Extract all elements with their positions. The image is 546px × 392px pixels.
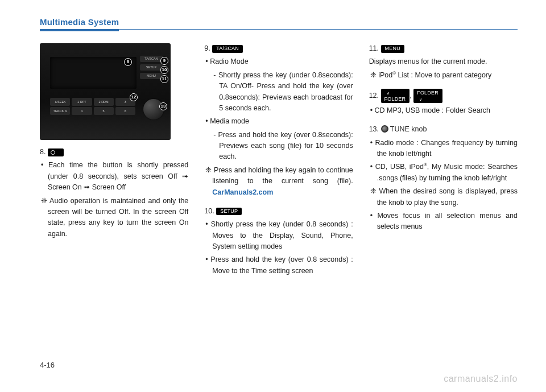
callout-11: 11 bbox=[160, 75, 168, 83]
btn-menu: MENU bbox=[140, 73, 163, 79]
btn-4: 4 bbox=[72, 107, 92, 115]
column-1: TA/SCAN SETUP MENU ∧ SEEK 1 RPT 2 RDM 3 … bbox=[40, 43, 188, 277]
btn-setup: SETUP bbox=[140, 64, 163, 71]
callout-10: 10 bbox=[160, 66, 168, 74]
btn-seek: ∧ SEEK bbox=[50, 98, 70, 106]
item-number: 10. bbox=[204, 207, 214, 215]
page-header: Multimedia System bbox=[40, 17, 518, 30]
radio-button-row-2: TRACK ∨ 4 5 6 bbox=[50, 107, 135, 115]
menu-key-label: MENU bbox=[381, 45, 404, 53]
item-9-media: • Media mode bbox=[204, 116, 353, 127]
item-10-b1: • Shortly press the key (under 0.8 secon… bbox=[204, 219, 353, 252]
folder-up-key-label: ∧FOLDER bbox=[381, 89, 410, 103]
setup-key-label: SETUP bbox=[216, 208, 242, 216]
btn-2rdm: 2 RDM bbox=[94, 98, 114, 106]
item-9-radio: • Radio Mode bbox=[204, 56, 353, 67]
item-number: 8. bbox=[40, 148, 46, 156]
item-13: 13. TUNE knob bbox=[369, 124, 518, 135]
section-title: Multimedia System bbox=[40, 17, 119, 31]
btn-track: TRACK ∨ bbox=[50, 107, 70, 115]
item-13-b2: • CD, USB, iPod®, My Music mode: Searche… bbox=[369, 162, 518, 184]
item-9: 9. TA/SCAN bbox=[204, 43, 353, 54]
column-3: 11. MENU Displays menus for the current … bbox=[369, 43, 518, 277]
item-9-note: ❈ Press and holding the key again to con… bbox=[204, 165, 353, 198]
radio-side-buttons: TA/SCAN SETUP MENU bbox=[140, 56, 163, 79]
tune-knob-label: TUNE knob bbox=[388, 125, 427, 133]
item-8-note: ❈ Audio operation is maintained and only… bbox=[40, 196, 188, 240]
item-11-line: Displays menus for the current mode. bbox=[369, 56, 518, 67]
item-12: 12. ∧FOLDER, FOLDER∨ bbox=[369, 89, 518, 103]
radio-photo: TA/SCAN SETUP MENU ∧ SEEK 1 RPT 2 RDM 3 … bbox=[40, 43, 171, 140]
watermark: carmanuals2.info bbox=[444, 374, 518, 384]
btn-6: 6 bbox=[115, 107, 135, 115]
callout-8: 8 bbox=[124, 58, 132, 66]
item-13-note: ❈ When the desired song is displayed, pr… bbox=[369, 186, 518, 208]
folder-down-key-label: FOLDER∨ bbox=[413, 89, 442, 103]
item-11: 11. MENU bbox=[369, 43, 518, 54]
column-2: 9. TA/SCAN • Radio Mode - Shortly press … bbox=[204, 43, 353, 277]
item-10: 10. SETUP bbox=[204, 206, 353, 217]
page-number: 4-16 bbox=[40, 361, 55, 369]
tascan-key-label: TA/SCAN bbox=[212, 45, 243, 53]
btn-tascan: TA/SCAN bbox=[140, 56, 163, 62]
item-number: 13. bbox=[369, 125, 379, 133]
item-8: 8. bbox=[40, 147, 188, 158]
btn-1rpt: 1 RPT bbox=[72, 98, 92, 106]
callout-13: 13 bbox=[159, 102, 167, 110]
item-number: 12. bbox=[369, 92, 379, 100]
item-10-b2: • Press and hold the key (over 0.8 secon… bbox=[204, 254, 353, 277]
inline-link: CarManuals2.com bbox=[212, 188, 273, 196]
item-number: 11. bbox=[369, 44, 379, 52]
tune-knob-icon bbox=[381, 125, 388, 133]
item-11-note: ❈ iPod® List : Move to parent category bbox=[369, 70, 518, 81]
content-columns: TA/SCAN SETUP MENU ∧ SEEK 1 RPT 2 RDM 3 … bbox=[40, 43, 518, 277]
item-9-radio-sub: - Shortly press the key (under 0.8second… bbox=[204, 70, 353, 114]
item-12-b1: • CD MP3, USB mode : Folder Search bbox=[369, 105, 518, 116]
item-9-media-sub: - Press and hold the key (over 0.8second… bbox=[204, 130, 353, 163]
callout-9: 9 bbox=[160, 57, 168, 65]
radio-button-row-1: ∧ SEEK 1 RPT 2 RDM 3 bbox=[50, 98, 135, 106]
manual-page: Multimedia System TA/SCAN SETUP MENU ∧ S… bbox=[0, 0, 546, 392]
callout-12: 12 bbox=[130, 93, 138, 101]
item-number: 9. bbox=[204, 44, 210, 52]
power-key-icon bbox=[48, 148, 64, 156]
item-13-b3: • Moves focus in all selection menus and… bbox=[369, 211, 518, 233]
item-8-bullet: • Each time the button is shortly presse… bbox=[40, 160, 188, 193]
btn-5: 5 bbox=[94, 107, 114, 115]
item-13-b1: • Radio mode : Changes frequency by turn… bbox=[369, 138, 518, 160]
